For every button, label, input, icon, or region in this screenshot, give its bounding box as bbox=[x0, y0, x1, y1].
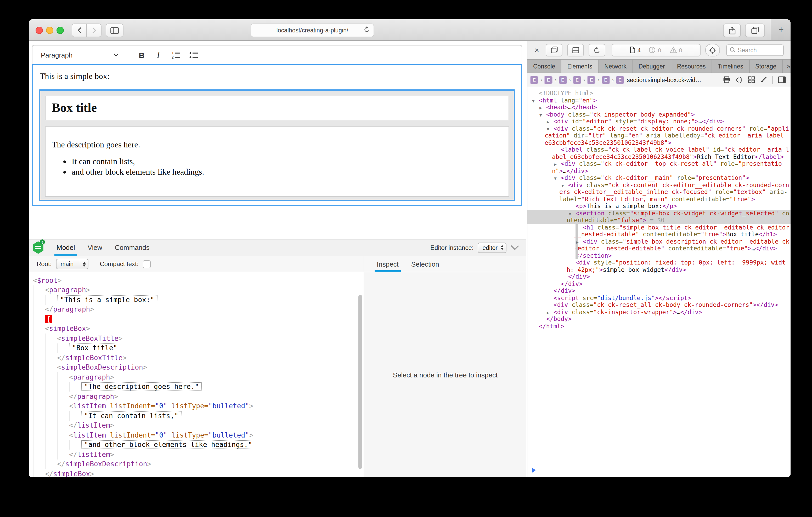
breadcrumb-element-badge[interactable]: E bbox=[587, 75, 596, 84]
root-select[interactable]: main bbox=[56, 259, 88, 269]
tab-elements[interactable]: Elements bbox=[561, 60, 599, 73]
dom-tree-line[interactable]: </div> bbox=[527, 287, 790, 295]
breadcrumb-element-badge[interactable]: E bbox=[558, 75, 567, 84]
address-bar[interactable]: localhost/creating-a-plugin/ bbox=[251, 24, 374, 37]
breadcrumb-element-badge[interactable]: E bbox=[544, 75, 553, 84]
heading-dropdown[interactable]: Paragraph bbox=[41, 51, 72, 59]
tab-model[interactable]: Model bbox=[57, 239, 75, 255]
model-tree-node[interactable]: <paragraph> bbox=[33, 372, 364, 382]
dom-tree-line[interactable]: </div> bbox=[527, 273, 790, 280]
model-tree-node[interactable]: </listItem> bbox=[33, 421, 364, 430]
disclosure-closed-icon[interactable]: ▶ bbox=[547, 119, 549, 126]
model-tree-node[interactable]: </simpleBox> bbox=[33, 469, 364, 477]
tab-view[interactable]: View bbox=[88, 239, 102, 255]
model-tree-node[interactable]: <simpleBoxTitle> bbox=[33, 334, 364, 343]
dom-tree-line[interactable]: ▼<body class="ck-inspector-body-expanded… bbox=[527, 111, 790, 118]
simple-box-description-area[interactable]: The description goes here. It can contai… bbox=[45, 126, 509, 196]
numbered-list-button[interactable]: 12 bbox=[170, 51, 182, 59]
tree-scrollbar[interactable] bbox=[358, 295, 362, 469]
dom-tree-line[interactable]: ▶<div id="editor" style="display: none;"… bbox=[527, 118, 790, 125]
italic-button[interactable]: I bbox=[152, 50, 165, 60]
grid-icon[interactable] bbox=[748, 76, 755, 83]
dom-tree-line[interactable]: <div style="position: fixed; top: 0px; l… bbox=[527, 259, 790, 273]
list-item[interactable]: It can contain lists, bbox=[72, 157, 502, 166]
disclosure-open-icon[interactable]: ▼ bbox=[569, 210, 571, 217]
devtools-search-field[interactable]: Search bbox=[726, 44, 784, 56]
reload-page-button[interactable] bbox=[588, 44, 605, 56]
model-tree-node[interactable]: "Box title" bbox=[33, 343, 364, 353]
tab-resources[interactable]: Resources bbox=[671, 60, 712, 73]
disclosure-open-icon[interactable]: ▼ bbox=[540, 112, 542, 119]
dom-tree-line[interactable]: </html> bbox=[527, 323, 790, 330]
close-window-button[interactable] bbox=[36, 27, 43, 34]
dom-tree-line[interactable]: ▼<section class="simple-box ck-widget ck… bbox=[527, 210, 790, 224]
model-tree-node[interactable]: <simpleBoxDescription> bbox=[33, 363, 364, 372]
dom-tree-line[interactable]: ▶<div class="ck ck-editor__top ck-reset_… bbox=[527, 160, 790, 175]
model-tree-node[interactable]: </paragraph> bbox=[33, 392, 364, 401]
collapse-inspector-button[interactable] bbox=[511, 245, 519, 250]
model-tree-node[interactable]: "and other block elements like headings.… bbox=[33, 440, 364, 450]
tab-console[interactable]: Console bbox=[527, 60, 561, 73]
model-tree-node[interactable]: <listItem listIndent="0" listType="bulle… bbox=[33, 430, 364, 440]
tab-inspect[interactable]: Inspect bbox=[377, 256, 399, 272]
tab-debugger[interactable]: Debugger bbox=[633, 60, 671, 73]
model-tree-node[interactable]: <paragraph> bbox=[33, 285, 364, 295]
dom-tree-line[interactable]: ▼<html lang="en"> bbox=[527, 97, 790, 104]
dom-tree-line[interactable]: </body> bbox=[527, 316, 790, 323]
editor-instance-select[interactable]: editor bbox=[478, 242, 506, 253]
breadcrumb-element-badge[interactable]: E bbox=[573, 75, 581, 84]
disclosure-closed-icon[interactable]: ▶ bbox=[540, 104, 542, 112]
simple-box-title-area[interactable]: Box title bbox=[45, 96, 509, 120]
list-item[interactable]: and other block elements like headings. bbox=[72, 167, 502, 177]
model-tree-node[interactable]: </simpleBoxDescription> bbox=[33, 459, 364, 469]
model-tree-node[interactable]: "The description goes here." bbox=[33, 382, 364, 392]
back-button[interactable] bbox=[72, 24, 87, 37]
minimize-window-button[interactable] bbox=[46, 27, 53, 34]
model-tree-node[interactable]: <listItem listIndent="0" listType="bulle… bbox=[33, 401, 364, 411]
dom-tree-line[interactable]: </div> bbox=[527, 280, 790, 287]
breadcrumb-element-badge[interactable]: E bbox=[616, 75, 624, 84]
tab-commands[interactable]: Commands bbox=[115, 239, 150, 255]
new-tab-button[interactable]: + bbox=[771, 19, 790, 40]
model-tree-node[interactable]: </simpleBoxTitle> bbox=[33, 353, 364, 363]
breadcrumb-element-badge[interactable]: E bbox=[530, 75, 539, 84]
editor-editable-area[interactable]: This is a simple box: Box title The desc… bbox=[32, 64, 522, 206]
element-picker-button[interactable] bbox=[705, 44, 720, 56]
compact-text-checkbox[interactable] bbox=[143, 260, 150, 268]
bold-button[interactable]: B bbox=[135, 51, 148, 59]
dom-tree-line[interactable]: <script src="dist/bundle.js"></script> bbox=[527, 295, 790, 302]
model-tree-node[interactable]: "This is a simple box:" bbox=[33, 295, 364, 304]
disclosure-closed-icon[interactable]: ▶ bbox=[576, 239, 579, 246]
detach-devtools-button[interactable] bbox=[546, 44, 562, 56]
description-paragraph[interactable]: The description goes here. bbox=[52, 140, 502, 150]
dom-tree-line[interactable]: <!DOCTYPE html> bbox=[527, 90, 790, 97]
zoom-window-button[interactable] bbox=[57, 27, 64, 34]
dom-tree-line[interactable]: ▶<div class="ck-inspector-wrapper">…</di… bbox=[527, 309, 790, 316]
dom-tree-line[interactable]: </section> bbox=[527, 252, 790, 259]
dock-side-button[interactable] bbox=[567, 44, 584, 56]
forward-button[interactable] bbox=[87, 24, 102, 37]
model-tree-node[interactable]: </listItem> bbox=[33, 450, 364, 459]
chevron-down-icon[interactable] bbox=[113, 53, 118, 57]
dom-tree-line[interactable]: ▶<head>…</head> bbox=[527, 104, 790, 111]
model-tree-node[interactable]: </paragraph> bbox=[33, 304, 364, 314]
box-title-heading[interactable]: Box title bbox=[52, 101, 97, 115]
dom-tree-line[interactable]: ▶<div class="simple-box-description ck-e… bbox=[527, 238, 790, 252]
reload-icon[interactable] bbox=[364, 26, 370, 33]
disclosure-open-icon[interactable]: ▼ bbox=[547, 126, 549, 133]
issues-summary-bar[interactable]: 4 0 0 bbox=[612, 44, 701, 56]
close-devtools-button[interactable]: × bbox=[532, 45, 541, 54]
dom-tree-line[interactable]: ▼<div class="ck ck-reset ck-editor ck-ro… bbox=[527, 125, 790, 146]
share-button[interactable] bbox=[723, 24, 741, 37]
code-brackets-icon[interactable] bbox=[735, 77, 743, 83]
intro-paragraph[interactable]: This is a simple box: bbox=[40, 71, 521, 81]
disclosure-open-icon[interactable]: ▼ bbox=[561, 182, 564, 189]
dom-tree-line[interactable]: ▼<div class="ck ck-editor__main" role="p… bbox=[527, 175, 790, 182]
tab-selection[interactable]: Selection bbox=[411, 256, 439, 272]
dom-tree-line[interactable]: <h1 class="simple-box-title ck-editor__e… bbox=[527, 224, 790, 238]
tab-network[interactable]: Network bbox=[599, 60, 633, 73]
disclosure-closed-icon[interactable]: ▶ bbox=[554, 161, 557, 168]
breadcrumb-element-badge[interactable]: E bbox=[602, 75, 610, 84]
disclosure-open-icon[interactable]: ▼ bbox=[554, 175, 557, 182]
model-tree-node[interactable]: "It can contain lists," bbox=[33, 411, 364, 421]
